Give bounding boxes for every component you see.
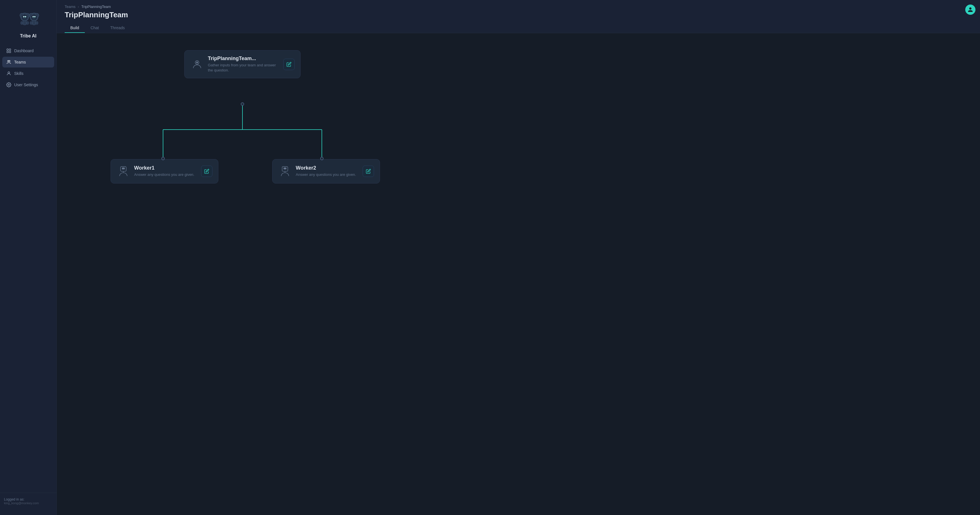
svg-rect-20 xyxy=(30,22,32,24)
sidebar: Tribe AI Dashboard Teams Sk xyxy=(0,0,57,515)
svg-point-28 xyxy=(8,72,10,73)
tab-build[interactable]: Build xyxy=(65,23,85,33)
worker1-node-desc: Answer any questions you are given. xyxy=(134,172,197,177)
svg-point-29 xyxy=(8,84,10,86)
edit-icon xyxy=(366,169,371,174)
tab-chat[interactable]: Chat xyxy=(85,23,105,33)
user-email: king_kong@monkey.com xyxy=(4,501,52,505)
svg-point-7 xyxy=(25,17,26,17)
breadcrumb: Teams › TripPlanningTeam xyxy=(65,5,972,9)
svg-rect-23 xyxy=(10,49,11,50)
svg-point-6 xyxy=(24,17,24,17)
worker1-node-icon xyxy=(116,164,130,178)
logged-in-label: Logged in as: xyxy=(4,498,52,501)
sidebar-item-teams-label: Teams xyxy=(14,60,26,64)
svg-rect-37 xyxy=(122,168,125,170)
app-logo: Tribe AI xyxy=(0,6,56,45)
svg-rect-21 xyxy=(36,22,38,24)
worker2-node-title: Worker2 xyxy=(296,165,359,171)
app-title: Tribe AI xyxy=(20,33,36,38)
worker1-node-title: Worker1 xyxy=(134,165,197,171)
user-avatar[interactable] xyxy=(965,5,975,15)
worker2-node-icon xyxy=(278,164,292,178)
sidebar-item-teams[interactable]: Teams xyxy=(2,57,54,67)
connector-lines xyxy=(57,33,980,515)
svg-rect-19 xyxy=(32,21,36,25)
tribe-ai-logo-icon xyxy=(17,8,40,31)
worker1-node-content: Worker1 Answer any questions you are giv… xyxy=(134,165,197,177)
dashboard-icon xyxy=(6,48,11,53)
sidebar-item-skills-label: Skills xyxy=(14,71,24,76)
svg-point-3 xyxy=(22,14,27,20)
svg-rect-24 xyxy=(7,51,8,53)
page-title: TripPlanningTeam xyxy=(65,11,972,19)
svg-rect-9 xyxy=(21,22,23,24)
worker2-node-content: Worker2 Answer any questions you are giv… xyxy=(296,165,359,177)
svg-rect-10 xyxy=(26,22,29,24)
edit-icon xyxy=(286,62,291,67)
user-settings-icon xyxy=(6,82,11,87)
breadcrumb-separator: › xyxy=(78,5,79,9)
page-header: Teams › TripPlanningTeam TripPlanningTea… xyxy=(57,0,980,33)
manager-node-content: TripPlanningTeam... Gather inputs from y… xyxy=(208,56,279,73)
flow-container: TripPlanningTeam... Gather inputs from y… xyxy=(57,33,980,515)
svg-point-18 xyxy=(35,17,35,17)
flow-canvas: TripPlanningTeam... Gather inputs from y… xyxy=(57,33,980,515)
breadcrumb-teams[interactable]: Teams xyxy=(65,5,75,9)
worker1-node[interactable]: Worker1 Answer any questions you are giv… xyxy=(111,159,218,183)
worker2-node-desc: Answer any questions you are given. xyxy=(296,172,359,177)
svg-rect-25 xyxy=(10,51,11,53)
sidebar-item-dashboard-label: Dashboard xyxy=(14,48,34,53)
sidebar-nav: Dashboard Teams Skills User Settings xyxy=(0,45,56,493)
worker1-top-dot xyxy=(161,157,165,160)
svg-point-14 xyxy=(31,14,37,20)
svg-point-27 xyxy=(9,60,10,62)
manager-node-edit-button[interactable] xyxy=(283,59,294,70)
sidebar-item-dashboard[interactable]: Dashboard xyxy=(2,45,54,56)
main-content: Teams › TripPlanningTeam TripPlanningTea… xyxy=(57,0,980,515)
sidebar-item-skills[interactable]: Skills xyxy=(2,68,54,79)
manager-node-title: TripPlanningTeam... xyxy=(208,56,279,62)
svg-point-17 xyxy=(33,17,33,17)
worker1-node-edit-button[interactable] xyxy=(201,165,212,177)
svg-point-35 xyxy=(196,62,198,64)
worker2-top-dot xyxy=(320,157,323,160)
breadcrumb-current: TripPlanningTeam xyxy=(81,5,111,9)
tab-bar: Build Chat Threads xyxy=(65,23,972,33)
manager-bottom-dot xyxy=(241,102,244,106)
edit-icon xyxy=(204,169,209,174)
sidebar-footer: Logged in as: king_kong@monkey.com xyxy=(0,493,56,509)
sidebar-item-user-settings-label: User Settings xyxy=(14,83,38,87)
svg-rect-40 xyxy=(283,168,286,170)
manager-node[interactable]: TripPlanningTeam... Gather inputs from y… xyxy=(184,50,301,78)
teams-icon xyxy=(6,60,11,65)
worker2-node-edit-button[interactable] xyxy=(363,165,374,177)
skills-icon xyxy=(6,71,11,76)
svg-rect-22 xyxy=(7,49,8,50)
sidebar-item-user-settings[interactable]: User Settings xyxy=(2,79,54,90)
svg-rect-8 xyxy=(23,21,26,25)
manager-node-icon xyxy=(190,57,204,71)
worker2-node[interactable]: Worker2 Answer any questions you are giv… xyxy=(272,159,380,183)
tab-threads[interactable]: Threads xyxy=(105,23,130,33)
manager-node-desc: Gather inputs from your team and answer … xyxy=(208,63,279,73)
